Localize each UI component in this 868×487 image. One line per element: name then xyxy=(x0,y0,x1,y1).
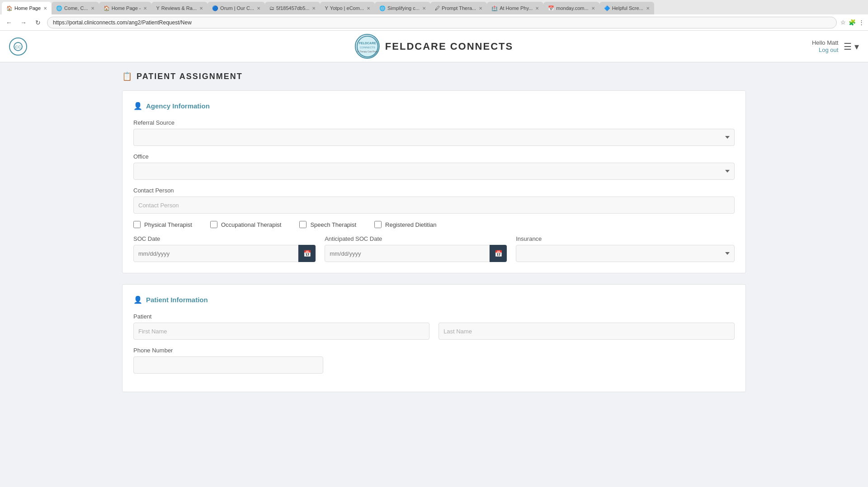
tab-close[interactable]: ✕ xyxy=(367,6,370,11)
tab-5f18[interactable]: 🗂 5f185457db5... ✕ xyxy=(265,2,320,14)
anticipated-soc-calendar-button[interactable]: 📅 xyxy=(490,245,507,262)
tab-bar: 🏠 Home Page ✕ 🌐 Come, C... ✕ 🏠 Home Page… xyxy=(0,0,868,14)
first-name-group xyxy=(133,323,429,340)
tab-favicon: 🌐 xyxy=(379,5,386,11)
agency-heading: Agency Information xyxy=(146,102,210,110)
tab-label: Orum | Our C... xyxy=(220,5,254,11)
brand-name: FELDCARE CONNECTS xyxy=(385,41,513,52)
tab-close[interactable]: ✕ xyxy=(422,6,426,11)
menu-icon[interactable]: ⋮ xyxy=(859,19,864,26)
tab-label: Home Page xyxy=(14,5,41,11)
extensions-icon[interactable]: 🧩 xyxy=(849,19,856,26)
patient-section-header: 👤 Patient Information xyxy=(133,295,735,304)
tab-close[interactable]: ✕ xyxy=(646,6,650,11)
tab-label: monday.com... xyxy=(556,5,588,11)
patient-icon: 👤 xyxy=(133,295,142,304)
tab-monday[interactable]: 📅 monday.com... ✕ xyxy=(543,2,599,14)
url-input[interactable] xyxy=(47,17,837,28)
user-greeting: Hello Matt xyxy=(812,39,839,46)
registered-dietitian-label: Registered Dietitian xyxy=(385,221,436,228)
physical-therapist-checkbox[interactable] xyxy=(133,221,141,228)
active-tab[interactable]: 🏠 Home Page ✕ xyxy=(2,2,52,14)
hamburger-menu[interactable]: ☰ ▾ xyxy=(844,41,859,52)
tab-close[interactable]: ✕ xyxy=(479,6,482,11)
header-center: FELDCARE CONNECTS Your Therapy Care Prov… xyxy=(355,34,513,59)
tab-come[interactable]: 🌐 Come, C... ✕ xyxy=(52,2,99,14)
address-bar-row: ← → ↻ ☆ 🧩 ⋮ xyxy=(0,14,868,31)
patient-heading: Patient Information xyxy=(146,296,208,304)
office-label: Office xyxy=(133,153,735,160)
tab-label: 5f185457db5... xyxy=(276,5,309,11)
tab-close[interactable]: ✕ xyxy=(257,6,260,11)
tab-close[interactable]: ✕ xyxy=(312,6,316,11)
registered-dietitian-checkbox[interactable] xyxy=(374,221,382,228)
tab-favicon: 🏠 xyxy=(6,5,13,11)
log-out-button[interactable]: Log out xyxy=(819,47,838,53)
soc-date-input[interactable] xyxy=(133,245,298,262)
tab-prompt[interactable]: 🖊 Prompt Thera... ✕ xyxy=(430,2,487,14)
svg-text:CC: CC xyxy=(15,45,21,49)
agency-information-section: 👤 Agency Information Referral Source Off… xyxy=(122,90,746,273)
registered-dietitian-checkbox-item: Registered Dietitian xyxy=(374,221,436,228)
speech-therapist-checkbox-item: Speech Therapist xyxy=(299,221,356,228)
tab-favicon: 🖊 xyxy=(435,5,440,11)
tab-reviews[interactable]: Y Reviews & Ra... ✕ xyxy=(151,2,208,14)
speech-therapist-checkbox[interactable] xyxy=(299,221,307,228)
referral-source-select[interactable] xyxy=(133,129,735,146)
physical-therapist-checkbox-item: Physical Therapist xyxy=(133,221,192,228)
tab-favicon: Y xyxy=(156,5,159,11)
referral-source-label: Referral Source xyxy=(133,119,735,126)
tab-yotpo[interactable]: Y Yotpo | eCom... ✕ xyxy=(320,2,375,14)
occupational-therapist-checkbox[interactable] xyxy=(210,221,217,228)
physical-therapist-label: Physical Therapist xyxy=(144,221,192,228)
phone-label: Phone Number xyxy=(133,347,735,354)
svg-text:FELDCARE: FELDCARE xyxy=(359,42,376,45)
tab-athome[interactable]: 🏥 At Home Phy... ✕ xyxy=(487,2,543,14)
tab-close[interactable]: ✕ xyxy=(43,6,47,11)
phone-number-group: Phone Number xyxy=(133,347,735,374)
soc-date-group: SOC Date 📅 xyxy=(133,235,316,262)
agency-section-header: 👤 Agency Information xyxy=(133,102,735,110)
soc-date-label: SOC Date xyxy=(133,235,316,242)
reload-button[interactable]: ↻ xyxy=(33,17,43,28)
insurance-group: Insurance xyxy=(516,235,735,262)
insurance-select[interactable] xyxy=(516,245,735,262)
tab-favicon: 🔷 xyxy=(604,5,610,11)
contact-person-input[interactable] xyxy=(133,197,735,214)
first-name-input[interactable] xyxy=(133,323,429,340)
forward-button[interactable]: → xyxy=(18,17,29,28)
soc-date-calendar-button[interactable]: 📅 xyxy=(298,245,316,262)
tab-orum[interactable]: 🔵 Orum | Our C... ✕ xyxy=(208,2,265,14)
tab-simplifying[interactable]: 🌐 Simplifying c... ✕ xyxy=(375,2,430,14)
bookmark-icon[interactable]: ☆ xyxy=(840,19,846,26)
tab-close[interactable]: ✕ xyxy=(91,6,94,11)
tab-close[interactable]: ✕ xyxy=(535,6,539,11)
tab-label: Simplifying c... xyxy=(387,5,420,11)
insurance-label: Insurance xyxy=(516,235,735,242)
brand-logo: FELDCARE CONNECTS Your Therapy Care Prov… xyxy=(355,34,380,59)
soc-date-wrapper: 📅 xyxy=(133,245,316,262)
tab-label: Helpful Scre... xyxy=(612,5,643,11)
last-name-input[interactable] xyxy=(439,323,735,340)
office-select[interactable] xyxy=(133,163,735,180)
phone-input[interactable] xyxy=(133,356,323,374)
contact-person-label: Contact Person xyxy=(133,187,735,194)
tab-close[interactable]: ✕ xyxy=(199,6,203,11)
anticipated-soc-label: Anticipated SOC Date xyxy=(325,235,507,242)
back-button[interactable]: ← xyxy=(4,17,14,28)
tab-label: Home Page - xyxy=(112,5,141,11)
cliniconnects-icon: CC xyxy=(9,37,27,56)
tab-helpful[interactable]: 🔷 Helpful Scre... ✕ xyxy=(599,2,654,14)
tab-home[interactable]: 🏠 Home Page - ✕ xyxy=(99,2,152,14)
agency-icon: 👤 xyxy=(133,102,142,110)
tab-label: Prompt Thera... xyxy=(442,5,476,11)
anticipated-soc-date-wrapper: 📅 xyxy=(325,245,507,262)
office-group: Office xyxy=(133,153,735,180)
anticipated-soc-date-input[interactable] xyxy=(325,245,490,262)
page-title: PATIENT ASSIGNMENT xyxy=(137,72,243,81)
tab-close[interactable]: ✕ xyxy=(591,6,595,11)
last-name-group xyxy=(439,323,735,340)
dates-insurance-row: SOC Date 📅 Anticipated SOC Date 📅 Insura… xyxy=(133,235,735,262)
tab-close[interactable]: ✕ xyxy=(143,6,147,11)
app-header: CC FELDCARE CONNECTS Your Therapy Care P… xyxy=(0,31,868,62)
